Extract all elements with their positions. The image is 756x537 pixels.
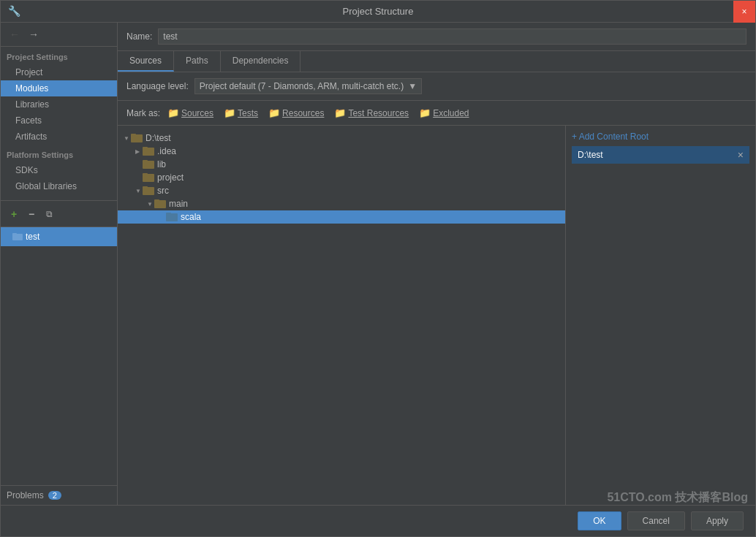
tests-folder-icon: 📁: [224, 107, 235, 118]
language-level-row: Language level: Project default (7 - Dia…: [118, 72, 755, 101]
project-structure-dialog: 🔧 Project Structure × ← → Project Settin…: [0, 0, 756, 537]
tree-item-src[interactable]: src: [118, 184, 565, 197]
folder-icon-idea: [143, 147, 154, 156]
content-area: D:\test .idea lib: [118, 126, 755, 505]
expand-icon-src: [135, 188, 143, 194]
mark-as-sources[interactable]: 📁 Sources: [165, 107, 216, 119]
tabs-row: Sources Paths Dependencies: [118, 51, 755, 72]
dropdown-arrow-icon: ▼: [408, 81, 417, 91]
tree-item-scala[interactable]: scala: [118, 210, 565, 224]
mark-resources-label: Resources: [282, 108, 324, 118]
folder-icon-src: [143, 186, 154, 195]
sidebar-item-artifacts[interactable]: Artifacts: [1, 129, 117, 145]
mark-tests-label: Tests: [238, 108, 258, 118]
problems-item[interactable]: Problems 2: [1, 485, 117, 505]
main-content: ← → Project Settings Project Modules Lib…: [1, 23, 755, 505]
sidebar-item-project[interactable]: Project: [1, 64, 117, 80]
tree-item-dtest[interactable]: D:\test: [118, 132, 565, 145]
platform-settings-label: Platform Settings: [1, 145, 117, 162]
forward-button[interactable]: →: [26, 27, 42, 42]
module-item-test[interactable]: test: [1, 227, 117, 246]
remove-module-button[interactable]: −: [24, 207, 39, 221]
add-content-root-button[interactable]: + Add Content Root: [572, 132, 749, 142]
close-button[interactable]: ×: [733, 1, 755, 23]
mark-excluded-label: Excluded: [433, 108, 469, 118]
language-level-label: Language level:: [126, 81, 189, 91]
tree-item-lib[interactable]: lib: [118, 158, 565, 171]
folder-icon-lib: [143, 160, 154, 169]
tree-label-idea: .idea: [157, 146, 176, 156]
problems-label: Problems: [7, 490, 44, 500]
sidebar-item-libraries[interactable]: Libraries: [1, 96, 117, 113]
mark-sources-label: Sources: [181, 108, 213, 118]
language-level-select[interactable]: Project default (7 - Diamonds, ARM, mult…: [194, 78, 422, 94]
tree-panel: D:\test .idea lib: [118, 126, 565, 505]
tree-label-scala: scala: [181, 212, 201, 222]
ok-button[interactable]: OK: [578, 511, 621, 530]
expand-icon-dtest: [124, 135, 131, 142]
tab-paths[interactable]: Paths: [174, 51, 221, 72]
expand-icon-main: [147, 201, 154, 207]
project-settings-label: Project Settings: [1, 47, 117, 64]
add-module-button[interactable]: +: [7, 207, 21, 221]
root-item-dtest[interactable]: D:\test ×: [572, 146, 749, 164]
problems-badge: 2: [48, 491, 61, 500]
app-icon: 🔧: [8, 5, 20, 17]
roots-panel: + Add Content Root D:\test ×: [565, 126, 755, 505]
expand-icon-idea: [135, 148, 143, 155]
apply-button[interactable]: Apply: [691, 511, 744, 530]
sidebar-item-global-libraries[interactable]: Global Libraries: [1, 178, 117, 194]
language-level-value: Project default (7 - Diamonds, ARM, mult…: [200, 81, 404, 91]
tree-label-project: project: [157, 172, 184, 183]
sources-folder-icon: 📁: [167, 107, 179, 118]
sidebar: ← → Project Settings Project Modules Lib…: [1, 23, 118, 505]
test-resources-folder-icon: 📁: [334, 107, 346, 118]
resources-folder-icon: 📁: [268, 107, 280, 118]
mark-as-row: Mark as: 📁 Sources 📁 Tests 📁 Resources 📁…: [118, 101, 755, 126]
tree-item-project[interactable]: project: [118, 171, 565, 184]
bottom-bar: 51CTO.com 技术播客Blog OK Cancel Apply: [1, 505, 755, 536]
folder-icon-project: [143, 173, 154, 182]
name-label: Name:: [126, 31, 152, 42]
tree-label-src: src: [157, 186, 169, 196]
mark-as-tests[interactable]: 📁 Tests: [221, 107, 261, 119]
nav-arrows: ← →: [1, 23, 117, 47]
tree-item-main[interactable]: main: [118, 197, 565, 210]
right-panel: Name: Sources Paths Dependencies Languag…: [118, 23, 755, 505]
cancel-button[interactable]: Cancel: [627, 511, 685, 530]
excluded-folder-icon: 📁: [419, 107, 431, 118]
root-item-label: D:\test: [578, 150, 603, 160]
tree-label-main: main: [169, 199, 188, 209]
sidebar-item-facets[interactable]: Facets: [1, 113, 117, 129]
tree-label-lib: lib: [157, 159, 166, 170]
sidebar-item-sdks[interactable]: SDKs: [1, 162, 117, 178]
tree-label-dtest: D:\test: [145, 133, 171, 143]
mark-test-resources-label: Test Resources: [348, 108, 409, 118]
tree-item-idea[interactable]: .idea: [118, 145, 565, 158]
name-row: Name:: [118, 23, 755, 51]
mark-as-label: Mark as:: [126, 108, 160, 118]
folder-icon-main: [154, 199, 166, 208]
sidebar-item-modules[interactable]: Modules: [1, 80, 117, 96]
root-item-close-button[interactable]: ×: [738, 149, 744, 161]
dialog-title: Project Structure: [343, 6, 414, 17]
name-input[interactable]: [158, 28, 746, 45]
mark-as-resources[interactable]: 📁 Resources: [265, 107, 327, 119]
mark-as-test-resources[interactable]: 📁 Test Resources: [331, 107, 412, 119]
mark-as-excluded[interactable]: 📁 Excluded: [416, 107, 472, 119]
back-button[interactable]: ←: [7, 27, 23, 42]
folder-icon-dtest: [131, 134, 143, 142]
tab-dependencies[interactable]: Dependencies: [221, 51, 301, 72]
module-folder-icon: [12, 233, 23, 240]
tab-sources[interactable]: Sources: [118, 51, 174, 72]
modules-toolbar: + − ⧉: [1, 201, 117, 227]
copy-module-button[interactable]: ⧉: [42, 207, 56, 221]
title-bar: 🔧 Project Structure ×: [1, 1, 755, 23]
folder-icon-scala: [166, 213, 178, 221]
